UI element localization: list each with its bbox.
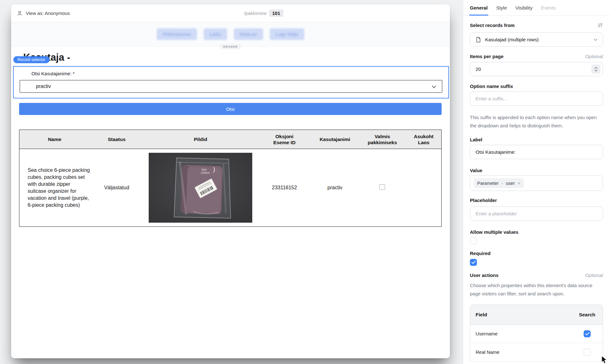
col-name: Name — [19, 130, 90, 149]
tab-visibility[interactable]: Visibility — [515, 0, 532, 15]
nav-buttons: Pildistamine Ladu Osta.ee Logi Välja — [157, 28, 304, 40]
page-path: /pakkimine 101 — [244, 4, 283, 22]
preview-topbar: View as: Anonymous /pakkimine 101 — [11, 4, 450, 22]
fields-row-username: Username — [470, 325, 603, 343]
cell-pildid: Sea Choice — [144, 149, 258, 227]
label-setting-input[interactable] — [470, 145, 603, 159]
mouse-cursor — [602, 356, 609, 364]
results-table: Name Staatus Pildid Oksjoni Eseme ID Kas… — [19, 130, 442, 227]
option-name-suffix-input[interactable] — [470, 91, 603, 106]
fields-row-real-name: Real Name — [470, 343, 603, 361]
cell-staatus: Väljastatud — [90, 149, 144, 227]
nav-button-osta[interactable]: Osta.ee — [234, 28, 263, 40]
col-valmis-pakkimiseks: Valmis pakkimiseks — [359, 130, 406, 149]
select-records-label: Select records from — [470, 23, 515, 28]
token-remove-icon[interactable]: × — [518, 180, 520, 186]
token-separator-icon: › — [502, 181, 503, 185]
cell-valmis-pakkimiseks — [359, 149, 406, 227]
value-setting-field[interactable]: Parameter › user × — [470, 175, 603, 191]
chevron-down-icon — [593, 38, 598, 41]
field-name: Username — [476, 331, 498, 336]
preview-canvas: View as: Anonymous /pakkimine 101 Pildis… — [11, 4, 450, 358]
required-checkbox[interactable] — [470, 259, 477, 266]
fields-col-search: Search — [577, 312, 597, 318]
nav-button-ladu[interactable]: Ladu — [204, 28, 227, 40]
tab-general[interactable]: General — [470, 0, 488, 15]
data-source-value: Kasutajad (multiple rows) — [485, 37, 539, 42]
required-label: Required — [470, 251, 491, 256]
placeholder-setting-input[interactable] — [470, 206, 603, 221]
real-name-search-checkbox[interactable] — [584, 349, 591, 356]
person-icon — [17, 10, 23, 16]
record-selector-label: Otsi Kasutajanime: * — [31, 71, 75, 76]
col-kasutajanimi: Kasutajanimi — [311, 130, 358, 149]
settings-panel: General Style Visibility Events Select r… — [463, 0, 610, 364]
tab-events[interactable]: Events — [541, 0, 556, 15]
token-field: user — [506, 181, 515, 186]
cell-oksjoni-eseme-id: 233116152 — [258, 149, 311, 227]
items-per-page-label: Items per page — [470, 54, 504, 59]
view-as-control[interactable]: View as: Anonymous — [17, 10, 70, 16]
stepper-down-icon — [594, 70, 598, 71]
value-setting-label: Value — [470, 168, 482, 173]
user-actions-optional-tag: Optional — [585, 273, 603, 278]
results-table-header: Name Staatus Pildid Oksjoni Eseme ID Kas… — [19, 130, 442, 149]
placeholder-setting-label: Placeholder — [470, 198, 497, 203]
option-name-suffix-help: This suffix is appended to each option n… — [470, 113, 603, 130]
user-actions-label: User actions — [470, 273, 498, 278]
items-per-page-stepper[interactable] — [591, 64, 600, 74]
user-actions-help: Choose which properties within this elem… — [470, 281, 603, 298]
table-row: Sea choice 6-piece packing cubes, packin… — [19, 149, 442, 227]
fields-col-field: Field — [476, 312, 487, 318]
cell-name: Sea choice 6-piece packing cubes, packin… — [19, 149, 90, 227]
value-token[interactable]: Parameter › user × — [474, 178, 524, 188]
nav-button-logi-valja[interactable]: Logi Välja — [270, 28, 304, 40]
col-asukoht-laos: Asukoht Laos — [406, 130, 441, 149]
tab-style[interactable]: Style — [496, 0, 507, 15]
product-image: Sea Choice — [149, 153, 252, 223]
svg-text:Choice: Choice — [201, 171, 210, 174]
nav-button-pildistamine[interactable]: Pildistamine — [157, 28, 197, 40]
record-selector-element[interactable]: Otsi Kasutajanime: * practiv — [13, 66, 449, 98]
allow-multiple-values-label: Allow multiple values — [470, 229, 518, 235]
chevron-down-icon — [432, 85, 436, 88]
items-per-page-input[interactable] — [470, 62, 603, 76]
allow-multiple-values-checkbox[interactable] — [470, 237, 477, 244]
label-setting-label: Label — [470, 137, 482, 142]
data-source-dropdown[interactable]: Kasutajad (multiple rows) — [470, 32, 603, 47]
otsi-search-button[interactable]: Otsi — [19, 103, 442, 115]
record-selector-select[interactable]: practiv — [20, 80, 442, 93]
record-selector-badge: Record selector — [13, 56, 50, 63]
view-as-label: View as: Anonymous — [26, 10, 70, 16]
header-section-tag: HEADER — [220, 44, 241, 49]
check-icon — [471, 261, 476, 264]
svg-text:Sea: Sea — [201, 168, 207, 171]
selected-record-value: practiv — [36, 84, 51, 89]
items-per-page-optional-tag: Optional — [585, 54, 603, 59]
cell-kasutajanimi: practiv — [311, 149, 358, 227]
col-pildid: Pildid — [144, 130, 258, 149]
sliders-icon[interactable] — [597, 22, 603, 28]
fields-table-header: Field Search — [470, 305, 603, 325]
option-name-suffix-label: Option name suffix — [470, 84, 513, 89]
token-source: Parameter — [477, 181, 499, 186]
valmis-pakkimiseks-checkbox[interactable] — [379, 184, 385, 190]
col-staatus: Staatus — [90, 130, 144, 149]
document-icon — [476, 37, 481, 43]
fields-table: Field Search Username Real Name — [470, 305, 603, 361]
col-oksjoni-eseme-id: Oksjoni Eseme ID — [258, 130, 311, 149]
field-name: Real Name — [476, 349, 499, 355]
page-id-badge: 101 — [269, 10, 283, 17]
panel-tabs: General Style Visibility Events — [463, 0, 610, 16]
username-search-checkbox[interactable] — [584, 330, 591, 337]
header-section: Pildistamine Ladu Osta.ee Logi Välja HEA… — [11, 22, 450, 46]
path-text: /pakkimine — [244, 10, 267, 16]
check-icon — [585, 332, 589, 335]
stepper-up-icon — [594, 67, 598, 69]
cell-asukoht-laos — [406, 149, 441, 227]
